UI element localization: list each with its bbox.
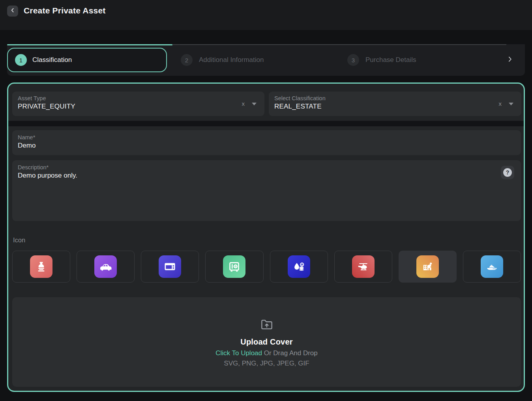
folder-upload-icon <box>259 317 275 334</box>
help-button[interactable]: ? <box>501 166 514 179</box>
icon-tile-real-estate[interactable] <box>399 251 457 283</box>
clear-icon[interactable]: x <box>242 100 245 108</box>
question-mark-icon: ? <box>503 168 512 177</box>
upload-instructions: Click To Upload Or Drag And Drop <box>215 349 318 357</box>
name-field[interactable]: Name* Demo <box>12 130 521 155</box>
upload-cover-dropzone[interactable]: Upload Cover Click To Upload Or Drag And… <box>12 297 521 387</box>
description-field[interactable]: Description* Demo purpose only. ? <box>12 160 521 221</box>
click-to-upload-link[interactable]: Click To Upload <box>215 349 262 357</box>
building-icon <box>416 255 439 278</box>
upload-formats: SVG, PNG, JPG, JPEG, GIF <box>224 360 309 367</box>
classification-label: Select Classification <box>274 95 516 101</box>
step-number-badge: 2 <box>181 54 193 66</box>
tab-purchase-details[interactable]: 3 Purchase Details <box>347 44 416 76</box>
asset-type-label: Asset Type <box>18 95 259 101</box>
vase-icon <box>30 255 52 278</box>
icon-tile-helicopter[interactable] <box>334 251 392 283</box>
header-bar: Create Private Asset <box>0 0 532 30</box>
name-label: Name* <box>18 134 515 141</box>
icon-picker: $ <box>12 251 521 283</box>
step-number-badge: 3 <box>347 54 359 66</box>
chevron-down-icon[interactable] <box>252 103 257 105</box>
page-title: Create Private Asset <box>24 6 106 15</box>
yacht-icon <box>481 255 503 278</box>
icon-tile-car[interactable] <box>77 251 135 283</box>
classification-panel: Asset Type PRIVATE_EQUITY x Select Class… <box>7 82 525 392</box>
step-label: Purchase Details <box>365 56 416 64</box>
next-step-button[interactable] <box>504 54 515 66</box>
active-step-indicator <box>7 44 172 45</box>
tab-classification[interactable]: 1 Classification <box>7 48 167 72</box>
icon-tile-safe[interactable] <box>205 251 263 283</box>
step-number-badge: 1 <box>15 54 27 66</box>
chevron-right-icon <box>506 55 514 65</box>
upload-cover-title: Upload Cover <box>240 337 292 347</box>
classification-value: REAL_ESTATE <box>274 103 516 111</box>
icon-tile-liquidity[interactable]: $ <box>270 251 328 283</box>
stepper: 1 Classification 2 Additional Informatio… <box>7 44 525 76</box>
helicopter-icon <box>352 255 375 278</box>
asset-type-value: PRIVATE_EQUITY <box>18 103 259 111</box>
asset-type-select[interactable]: Asset Type PRIVATE_EQUITY x <box>12 92 264 116</box>
icon-tile-yacht[interactable] <box>463 251 521 283</box>
icon-tile-vase[interactable] <box>12 251 70 283</box>
create-private-asset-screen: Create Private Asset 1 Classification 2 … <box>0 0 532 401</box>
step-label: Classification <box>32 56 72 64</box>
description-label: Description* <box>18 164 515 171</box>
drag-and-drop-text: Or Drag And Drop <box>262 349 318 357</box>
safe-icon <box>223 255 245 278</box>
description-value: Demo purpose only. <box>18 172 515 180</box>
chevron-down-icon[interactable] <box>509 103 513 105</box>
svg-text:$: $ <box>301 263 303 266</box>
chevron-left-icon <box>9 7 16 15</box>
tab-additional-information[interactable]: 2 Additional Information <box>181 44 264 76</box>
section-divider <box>8 121 524 126</box>
credit-card-icon <box>159 255 181 278</box>
water-drop-coins-icon: $ <box>288 255 310 278</box>
icon-tile-credit-card[interactable] <box>141 251 199 283</box>
step-label: Additional Information <box>199 56 264 64</box>
name-value: Demo <box>18 142 515 150</box>
classification-select[interactable]: Select Classification REAL_ESTATE x <box>269 92 521 116</box>
icon-section-label: Icon <box>13 236 25 244</box>
back-button[interactable] <box>7 6 18 17</box>
clear-icon[interactable]: x <box>499 100 502 108</box>
car-icon <box>94 255 117 278</box>
